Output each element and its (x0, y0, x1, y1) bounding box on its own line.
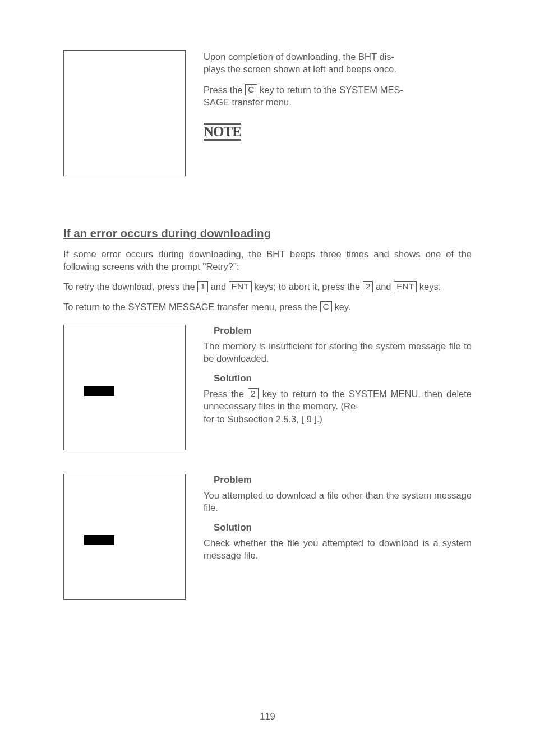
key-2: 2 (248, 388, 259, 399)
solution-heading: Solution (214, 522, 472, 534)
problem-text: The memory is insufficient for storing t… (204, 340, 472, 365)
text: To retry the download, press the (63, 282, 197, 292)
text: SAGE transfer menu. (204, 97, 292, 107)
error-row-1: Problem The memory is insufficient for s… (63, 325, 472, 450)
key-ent: ENT (394, 281, 417, 292)
redacted-bar (84, 535, 114, 545)
screen-placeholder-1 (63, 50, 186, 176)
section-para-1: If some error occurs during downloading,… (63, 248, 472, 273)
top-paragraph-1: Upon completion of downloading, the BHT … (204, 50, 472, 76)
text: To return to the SYSTEM MESSAGE transfer… (63, 302, 320, 312)
screen-placeholder-3 (63, 474, 186, 600)
section-para-2: To retry the download, press the 1 and E… (63, 280, 472, 293)
top-text-block: Upon completion of downloading, the BHT … (204, 50, 472, 176)
solution-heading: Solution (214, 372, 472, 385)
page: Upon completion of downloading, the BHT … (0, 0, 535, 756)
text: key. (332, 302, 351, 312)
page-number: 119 (0, 710, 535, 722)
key-c: C (320, 301, 332, 312)
text: keys. (417, 282, 441, 292)
text: key to return to the SYSTEM MES- (257, 85, 403, 95)
redacted-bar (84, 386, 114, 396)
solution-text: Press the 2 key to return to the SYSTEM … (204, 388, 472, 425)
text: Press the (204, 85, 245, 95)
key-ent: ENT (229, 281, 252, 292)
error-1-text: Problem The memory is insufficient for s… (204, 325, 472, 450)
problem-heading: Problem (214, 325, 472, 338)
error-2-text: Problem You attempted to download a file… (204, 474, 472, 600)
screen-placeholder-2 (63, 325, 186, 450)
text: and (373, 282, 394, 292)
text: Press the (204, 389, 248, 399)
section-para-3: To return to the SYSTEM MESSAGE transfer… (63, 301, 472, 313)
note-label: NOTE (204, 123, 241, 141)
section-heading: If an error occurs during downloading (63, 225, 472, 241)
text: plays the screen shown at left and beeps… (204, 64, 396, 74)
error-row-2: Problem You attempted to download a file… (63, 474, 472, 600)
key-c: C (245, 84, 257, 95)
key-1: 1 (197, 281, 208, 292)
top-paragraph-2: Press the C key to return to the SYSTEM … (204, 84, 472, 109)
text: fer to Subsection 2.5.3, [ 9 ].) (204, 414, 322, 424)
key-2: 2 (363, 281, 373, 292)
top-row: Upon completion of downloading, the BHT … (63, 50, 472, 176)
text: keys; to abort it, press the (252, 282, 363, 292)
text: Upon completion of downloading, the BHT … (204, 52, 394, 62)
problem-text: You attempted to download a file other t… (204, 489, 472, 514)
problem-heading: Problem (214, 474, 472, 487)
text: and (208, 282, 229, 292)
solution-text: Check whether the file you attempted to … (204, 537, 472, 562)
